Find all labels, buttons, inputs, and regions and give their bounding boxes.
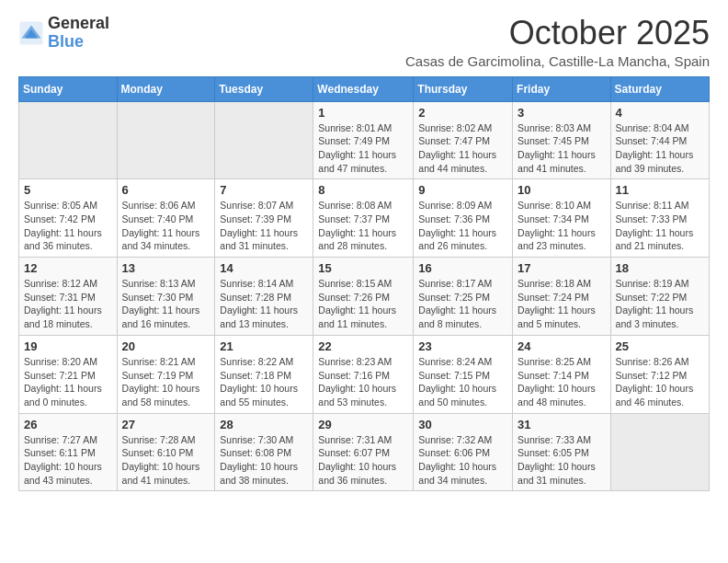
week-row-3: 12Sunrise: 8:12 AM Sunset: 7:31 PM Dayli… [19, 258, 710, 336]
col-thursday: Thursday [414, 76, 513, 101]
day-number: 25 [616, 339, 704, 353]
day-number: 7 [220, 183, 308, 197]
day-number: 5 [24, 183, 112, 197]
calendar-header: Sunday Monday Tuesday Wednesday Thursday… [19, 76, 710, 101]
day-cell: 11Sunrise: 8:11 AM Sunset: 7:33 PM Dayli… [610, 179, 709, 258]
day-cell: 17Sunrise: 8:18 AM Sunset: 7:24 PM Dayli… [513, 258, 611, 336]
day-cell: 19Sunrise: 8:20 AM Sunset: 7:21 PM Dayli… [19, 335, 118, 413]
week-row-1: 1Sunrise: 8:01 AM Sunset: 7:49 PM Daylig… [19, 101, 710, 179]
header: General Blue October 2025 Casas de Garci… [18, 15, 710, 69]
day-info: Sunrise: 7:28 AM Sunset: 6:10 PM Dayligh… [122, 433, 210, 488]
day-cell: 18Sunrise: 8:19 AM Sunset: 7:22 PM Dayli… [610, 258, 709, 336]
day-number: 2 [418, 106, 507, 120]
day-number: 15 [318, 261, 408, 275]
logo-general: General [48, 14, 109, 32]
logo-text: General Blue [48, 15, 109, 52]
col-sunday: Sunday [19, 76, 118, 101]
day-cell: 31Sunrise: 7:33 AM Sunset: 6:05 PM Dayli… [513, 413, 611, 491]
day-number: 26 [24, 418, 112, 431]
day-info: Sunrise: 8:22 AM Sunset: 7:18 PM Dayligh… [220, 355, 308, 409]
day-number: 13 [122, 261, 210, 275]
day-info: Sunrise: 8:19 AM Sunset: 7:22 PM Dayligh… [616, 277, 704, 331]
week-row-2: 5Sunrise: 8:05 AM Sunset: 7:42 PM Daylig… [19, 179, 710, 258]
day-number: 11 [616, 183, 704, 197]
day-info: Sunrise: 8:03 AM Sunset: 7:45 PM Dayligh… [518, 121, 606, 176]
day-info: Sunrise: 8:06 AM Sunset: 7:40 PM Dayligh… [122, 199, 210, 253]
day-number: 24 [518, 339, 606, 353]
calendar: Sunday Monday Tuesday Wednesday Thursday… [18, 76, 710, 492]
day-number: 18 [616, 261, 704, 275]
day-info: Sunrise: 8:02 AM Sunset: 7:47 PM Dayligh… [418, 121, 507, 176]
day-number: 27 [122, 418, 210, 431]
col-friday: Friday [513, 76, 611, 101]
day-info: Sunrise: 8:11 AM Sunset: 7:33 PM Dayligh… [616, 199, 704, 253]
day-cell: 28Sunrise: 7:30 AM Sunset: 6:08 PM Dayli… [215, 413, 313, 491]
day-info: Sunrise: 7:31 AM Sunset: 6:07 PM Dayligh… [318, 433, 408, 488]
day-number: 20 [122, 339, 210, 353]
day-number: 21 [220, 339, 308, 353]
day-cell: 13Sunrise: 8:13 AM Sunset: 7:30 PM Dayli… [117, 258, 215, 336]
day-info: Sunrise: 8:21 AM Sunset: 7:19 PM Dayligh… [122, 355, 210, 409]
page-container: General Blue October 2025 Casas de Garci… [0, 0, 728, 500]
day-cell: 29Sunrise: 7:31 AM Sunset: 6:07 PM Dayli… [313, 413, 414, 491]
day-number: 22 [318, 339, 408, 353]
day-number: 8 [318, 183, 408, 197]
day-number: 4 [616, 106, 704, 120]
logo: General Blue [18, 15, 109, 52]
calendar-body: 1Sunrise: 8:01 AM Sunset: 7:49 PM Daylig… [19, 101, 710, 491]
day-cell: 7Sunrise: 8:07 AM Sunset: 7:39 PM Daylig… [215, 179, 313, 258]
day-cell [117, 101, 215, 179]
day-cell: 9Sunrise: 8:09 AM Sunset: 7:36 PM Daylig… [414, 179, 513, 258]
day-cell: 16Sunrise: 8:17 AM Sunset: 7:25 PM Dayli… [414, 258, 513, 336]
day-cell: 5Sunrise: 8:05 AM Sunset: 7:42 PM Daylig… [19, 179, 118, 258]
day-number: 9 [418, 183, 507, 197]
day-info: Sunrise: 8:01 AM Sunset: 7:49 PM Dayligh… [318, 121, 408, 176]
title-block: October 2025 Casas de Garcimolina, Casti… [405, 15, 710, 69]
day-cell: 14Sunrise: 8:14 AM Sunset: 7:28 PM Dayli… [215, 258, 313, 336]
day-info: Sunrise: 7:33 AM Sunset: 6:05 PM Dayligh… [518, 433, 606, 488]
location: Casas de Garcimolina, Castille-La Mancha… [405, 53, 710, 69]
day-info: Sunrise: 8:24 AM Sunset: 7:15 PM Dayligh… [418, 355, 507, 409]
col-monday: Monday [117, 76, 215, 101]
day-cell [19, 101, 118, 179]
day-info: Sunrise: 8:20 AM Sunset: 7:21 PM Dayligh… [24, 355, 112, 409]
day-cell: 8Sunrise: 8:08 AM Sunset: 7:37 PM Daylig… [313, 179, 414, 258]
day-number: 17 [518, 261, 606, 275]
day-info: Sunrise: 8:07 AM Sunset: 7:39 PM Dayligh… [220, 199, 308, 253]
day-cell: 12Sunrise: 8:12 AM Sunset: 7:31 PM Dayli… [19, 258, 118, 336]
day-cell: 23Sunrise: 8:24 AM Sunset: 7:15 PM Dayli… [414, 335, 513, 413]
col-wednesday: Wednesday [313, 76, 414, 101]
day-info: Sunrise: 8:10 AM Sunset: 7:34 PM Dayligh… [518, 199, 606, 253]
day-cell: 1Sunrise: 8:01 AM Sunset: 7:49 PM Daylig… [313, 101, 414, 179]
day-cell: 25Sunrise: 8:26 AM Sunset: 7:12 PM Dayli… [610, 335, 709, 413]
day-info: Sunrise: 8:12 AM Sunset: 7:31 PM Dayligh… [24, 277, 112, 331]
day-cell: 10Sunrise: 8:10 AM Sunset: 7:34 PM Dayli… [513, 179, 611, 258]
month-title: October 2025 [405, 15, 710, 52]
day-number: 23 [418, 339, 507, 353]
day-info: Sunrise: 7:30 AM Sunset: 6:08 PM Dayligh… [220, 433, 308, 488]
day-info: Sunrise: 8:15 AM Sunset: 7:26 PM Dayligh… [318, 277, 408, 331]
day-number: 6 [122, 183, 210, 197]
day-number: 10 [518, 183, 606, 197]
logo-icon [18, 20, 44, 46]
day-cell: 30Sunrise: 7:32 AM Sunset: 6:06 PM Dayli… [414, 413, 513, 491]
weekday-row: Sunday Monday Tuesday Wednesday Thursday… [19, 76, 710, 101]
day-info: Sunrise: 8:13 AM Sunset: 7:30 PM Dayligh… [122, 277, 210, 331]
day-info: Sunrise: 7:32 AM Sunset: 6:06 PM Dayligh… [418, 433, 507, 488]
day-number: 31 [518, 418, 606, 431]
day-number: 28 [220, 418, 308, 431]
day-number: 16 [418, 261, 507, 275]
day-cell [610, 413, 709, 491]
day-number: 12 [24, 261, 112, 275]
day-cell: 3Sunrise: 8:03 AM Sunset: 7:45 PM Daylig… [513, 101, 611, 179]
logo-blue: Blue [48, 32, 84, 51]
day-cell: 20Sunrise: 8:21 AM Sunset: 7:19 PM Dayli… [117, 335, 215, 413]
day-info: Sunrise: 8:25 AM Sunset: 7:14 PM Dayligh… [518, 355, 606, 409]
day-info: Sunrise: 8:26 AM Sunset: 7:12 PM Dayligh… [616, 355, 704, 409]
day-info: Sunrise: 8:05 AM Sunset: 7:42 PM Dayligh… [24, 199, 112, 253]
day-info: Sunrise: 8:18 AM Sunset: 7:24 PM Dayligh… [518, 277, 606, 331]
day-number: 14 [220, 261, 308, 275]
day-cell: 27Sunrise: 7:28 AM Sunset: 6:10 PM Dayli… [117, 413, 215, 491]
day-number: 30 [418, 418, 507, 431]
col-saturday: Saturday [610, 76, 709, 101]
